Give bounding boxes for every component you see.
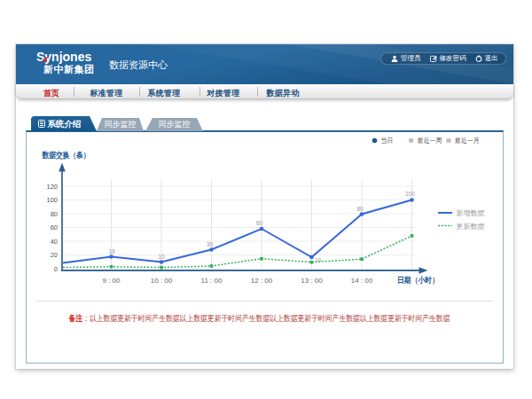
svg-text:120: 120 (46, 183, 58, 191)
svg-text:新增数据: 新增数据 (457, 209, 485, 217)
svg-text:80: 80 (51, 210, 58, 218)
svg-text:80: 80 (357, 206, 364, 212)
svg-text:最近一周: 最近一周 (418, 137, 442, 145)
svg-text:10: 10 (315, 257, 322, 263)
svg-text:13 : 00: 13 : 00 (301, 277, 323, 285)
svg-text:日期（小时）: 日期（小时） (397, 276, 439, 285)
svg-text:40: 40 (51, 238, 58, 246)
svg-text:更新数据: 更新数据 (457, 223, 485, 231)
svg-text:10: 10 (159, 254, 166, 260)
svg-text:100: 100 (46, 196, 58, 204)
svg-text:12 : 00: 12 : 00 (251, 277, 273, 285)
svg-text:100: 100 (405, 191, 415, 197)
svg-text:30: 30 (207, 241, 214, 247)
svg-text:20: 20 (51, 251, 58, 259)
svg-text:最近一月: 最近一月 (455, 137, 480, 145)
svg-text:0: 0 (54, 265, 58, 273)
svg-text:备注：以上数据更新于时间产生数据以上数据更新于时间产生数据以: 备注：以上数据更新于时间产生数据以上数据更新于时间产生数据以上数据更新于时间产生… (68, 314, 450, 323)
svg-text:10 : 00: 10 : 00 (151, 277, 173, 285)
svg-text:60: 60 (51, 223, 58, 231)
svg-text:18: 18 (109, 248, 116, 254)
svg-text:60: 60 (256, 220, 263, 226)
svg-text:9 : 00: 9 : 00 (102, 277, 121, 285)
svg-text:当日: 当日 (381, 137, 394, 145)
svg-text:数据交换（条）: 数据交换（条） (42, 151, 90, 160)
svg-text:14 : 00: 14 : 00 (351, 277, 373, 285)
svg-text:11 : 00: 11 : 00 (201, 277, 223, 285)
